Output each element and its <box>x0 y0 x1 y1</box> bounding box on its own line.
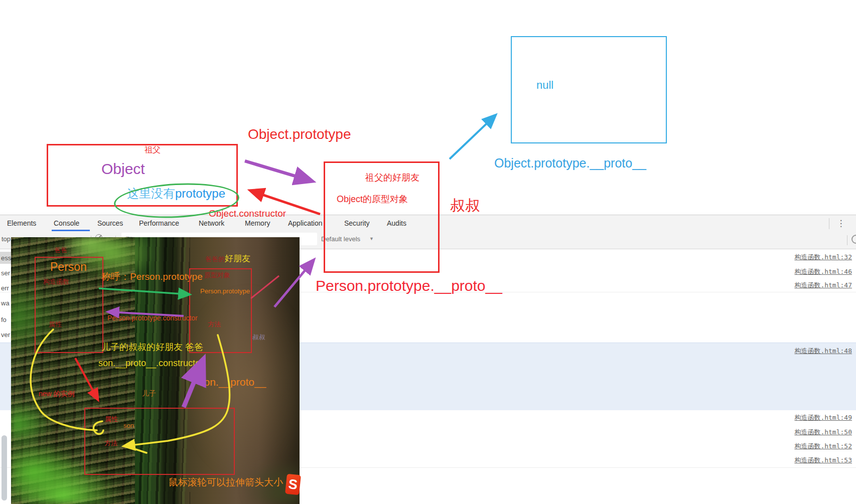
grandfather-friend-label: 祖父的好朋友 <box>365 173 419 183</box>
person-title: Person <box>50 260 87 273</box>
son-proto-constructor-label: son.__proto__.constructor <box>98 358 203 369</box>
son-name-label: son <box>123 422 134 430</box>
source-link[interactable]: 构造函数.html:49 <box>794 413 856 422</box>
mouse-wheel-tip: 鼠标滚轮可以拉伸箭头大小 <box>169 477 283 488</box>
sidebar-item-verbose[interactable]: ver <box>1 331 11 339</box>
son-chain-zh-label: 儿子的叔叔的好朋友 爸爸 <box>101 342 203 353</box>
source-link[interactable]: 构造函数.html:53 <box>794 456 856 465</box>
proto-object-label: 原型对象 <box>204 272 230 279</box>
sidebar-item-user-messages[interactable]: ser <box>1 269 11 277</box>
father-friend-part1: 爸爸的 <box>205 255 225 263</box>
sidebar-item-info[interactable]: fo <box>1 316 11 323</box>
person-prototype-box <box>189 268 252 353</box>
photo-uncle-label: 叔叔 <box>252 334 265 342</box>
object-title: Object <box>101 160 145 178</box>
arrow-object-to-prototype <box>245 161 310 181</box>
active-tab-underline <box>52 230 90 231</box>
sidebar-item-warnings[interactable]: wa <box>1 299 11 307</box>
tabbar-separator <box>829 218 829 229</box>
son-method-label: 方法 <box>104 440 117 447</box>
sidebar-item-messages[interactable]: ess <box>1 254 11 262</box>
sidebar-scrollbar[interactable] <box>2 435 7 500</box>
person-prototype-name: Person.prototype <box>200 288 250 295</box>
tab-application[interactable]: Application <box>288 215 323 232</box>
context-selector[interactable]: top <box>2 235 11 243</box>
null-value: null <box>536 79 553 91</box>
sidebar-item-errors[interactable]: err <box>1 284 11 292</box>
person-constructor-label: 构造函数 <box>43 278 69 286</box>
son-tag: 儿子 <box>142 389 156 397</box>
grandfather-tag: 祖父 <box>145 145 161 154</box>
proto-method-label: 方法 <box>208 321 221 328</box>
object-prototype-label: Object.prototype <box>248 126 351 142</box>
father-tag: 爸爸 <box>54 247 67 254</box>
alias-label: 称呼：Person.prototype <box>101 271 203 282</box>
more-menu-icon[interactable]: ⋮ <box>836 217 846 230</box>
arrow-proto-to-null <box>450 116 495 159</box>
source-link[interactable]: 构造函数.html:32 <box>794 253 856 262</box>
object-prototype-proto-label: Object.prototype.__proto__ <box>494 156 646 171</box>
source-link[interactable]: 构造函数.html:47 <box>794 281 856 290</box>
person-prototype-proto-label: Person.prototype.__proto__ <box>316 277 502 295</box>
null-box <box>511 36 667 143</box>
new-instance-label: new 的实例 <box>39 390 75 398</box>
prototype-constructor-label: Person.prototype.constructor <box>107 314 198 322</box>
toolbar-separator-3 <box>847 235 847 245</box>
source-link[interactable]: 构造函数.html:46 <box>794 267 856 276</box>
uncle-label: 叔叔 <box>450 197 480 215</box>
source-link[interactable]: 构造函数.html:52 <box>794 442 856 451</box>
father-friend-tag: 爸爸的好朋友 <box>205 254 250 264</box>
screenshot-root: Elements Console Sources Performance Net… <box>0 0 856 504</box>
person-property-label: 属性 <box>49 321 62 328</box>
settings-icon[interactable] <box>851 235 856 244</box>
object-proto-object-label: Object的原型对象 <box>337 194 408 205</box>
son-property-label: 属性 <box>105 416 118 423</box>
father-friend-part2: 好朋友 <box>225 254 250 263</box>
snip-tool-logo: S <box>285 474 301 495</box>
source-link[interactable]: 构造函数.html:50 <box>794 428 856 437</box>
tab-sources[interactable]: Sources <box>97 215 123 232</box>
source-link[interactable]: 构造函数.html:48 <box>794 343 856 356</box>
tab-elements[interactable]: Elements <box>7 215 36 232</box>
son-proto-label: son.__proto__ <box>199 376 266 388</box>
